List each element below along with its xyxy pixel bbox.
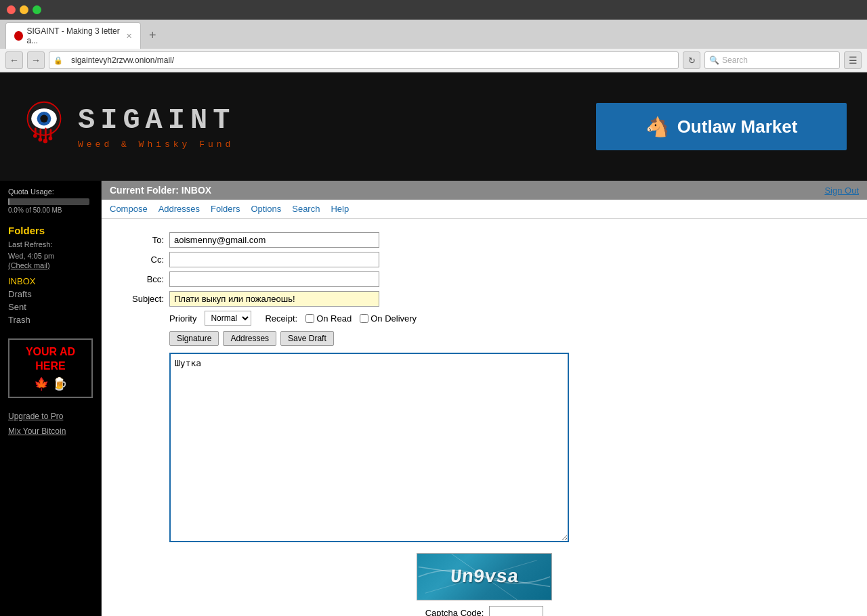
captcha-image: Un9vsa xyxy=(417,553,552,600)
sidebar-item-drafts[interactable]: Drafts xyxy=(8,289,32,299)
folder-list: INBOX Drafts Sent Trash xyxy=(8,276,93,325)
on-delivery-checkbox[interactable] xyxy=(360,314,368,323)
quota-amount: 0.0% of 50.00 MB xyxy=(8,206,93,214)
svg-point-9 xyxy=(39,137,43,141)
svg-rect-7 xyxy=(49,129,51,137)
on-read-option[interactable]: On Read xyxy=(305,313,352,324)
to-input[interactable] xyxy=(169,232,379,248)
mix-bitcoin-link[interactable]: Mix Your Bitcoin xyxy=(8,426,93,436)
nav-compose[interactable]: Compose xyxy=(110,204,148,214)
url-bar-container: 🔒 xyxy=(49,51,679,69)
captcha-input[interactable] xyxy=(489,606,543,616)
addresses-button[interactable]: Addresses xyxy=(223,331,276,346)
nav-options[interactable]: Options xyxy=(251,204,281,214)
priority-row: Priority Normal High Low Receipt: On Rea… xyxy=(122,311,847,326)
nav-addresses[interactable]: Addresses xyxy=(158,204,200,214)
quota-bar-fill xyxy=(8,198,9,205)
main-wrapper: Quota Usage: 0.0% of 50.00 MB Folders La… xyxy=(0,181,867,616)
active-tab[interactable]: SIGAINT - Making 3 letter a... ✕ xyxy=(5,22,141,49)
tab-title: SIGAINT - Making 3 letter a... xyxy=(27,26,122,45)
quota-bar-background xyxy=(8,198,89,205)
svg-rect-6 xyxy=(45,127,47,140)
browser-toolbar: ← → 🔒 ↻ 🔍 Search ☰ xyxy=(0,49,867,72)
priority-label: Priority xyxy=(169,313,196,324)
ad-text-line2: HERE xyxy=(15,359,86,374)
svg-point-11 xyxy=(49,137,53,141)
list-item: INBOX xyxy=(8,276,93,286)
cc-row: Cc: xyxy=(122,252,847,267)
browser-chrome: SIGAINT - Making 3 letter a... ✕ + ← → 🔒… xyxy=(0,0,867,72)
back-button[interactable]: ← xyxy=(5,51,23,69)
folder-prefix: Current Folder: xyxy=(110,185,182,196)
on-read-label: On Read xyxy=(316,313,352,324)
on-read-checkbox[interactable] xyxy=(305,314,314,323)
content-area: Current Folder: INBOX Sign Out Compose A… xyxy=(102,181,867,616)
last-refresh-label: Last Refresh: Wed, 4:05 pm xyxy=(8,239,93,261)
bcc-input[interactable] xyxy=(169,271,379,287)
url-input[interactable] xyxy=(66,53,674,67)
bcc-label: Bcc: xyxy=(122,274,169,284)
button-row: Signature Addresses Save Draft xyxy=(122,331,847,346)
browser-menu-button[interactable]: ☰ xyxy=(844,51,862,69)
bcc-row: Bcc: xyxy=(122,271,847,287)
new-tab-button[interactable]: + xyxy=(144,28,162,43)
on-delivery-label: On Delivery xyxy=(371,313,417,324)
logo-title-text: SIGAINT xyxy=(78,104,235,137)
list-item: Trash xyxy=(8,315,93,325)
cc-input[interactable] xyxy=(169,252,379,267)
ad-text-line1: YOUR AD xyxy=(15,345,86,359)
ad-box[interactable]: YOUR AD HERE 🍁 🍺 xyxy=(8,338,93,398)
captcha-code-label: Captcha Code: xyxy=(425,608,484,616)
captcha-display-text: Un9vsa xyxy=(449,567,520,588)
reload-button[interactable]: ↻ xyxy=(683,51,700,69)
message-body-textarea[interactable]: Шутка xyxy=(169,353,569,542)
last-refresh-time: Wed, 4:05 pm xyxy=(8,252,54,260)
tab-favicon-icon xyxy=(14,31,23,41)
logo-text: SIGAINT Weed & Whisky Fund xyxy=(78,104,235,150)
minimize-window-button[interactable] xyxy=(20,5,28,14)
svg-point-10 xyxy=(43,139,48,144)
site-header: SIGAINT Weed & Whisky Fund 🐴 Outlaw Mark… xyxy=(0,72,867,181)
outlaw-text: Outlaw Market xyxy=(677,116,798,137)
save-draft-button[interactable]: Save Draft xyxy=(280,331,334,346)
sidebar: Quota Usage: 0.0% of 50.00 MB Folders La… xyxy=(0,181,102,616)
quota-label: Quota Usage: xyxy=(8,188,93,196)
sign-out-button[interactable]: Sign Out xyxy=(824,185,859,196)
nav-folders[interactable]: Folders xyxy=(211,204,240,214)
last-refresh-text: Last Refresh: xyxy=(8,240,52,248)
check-mail-link[interactable]: (Check mail) xyxy=(8,261,93,269)
outlaw-icon: 🐴 xyxy=(646,116,669,138)
to-label: To: xyxy=(122,235,169,245)
list-item: Drafts xyxy=(8,289,93,299)
forward-button[interactable]: → xyxy=(27,51,45,69)
subject-input[interactable] xyxy=(169,291,379,307)
signature-button[interactable]: Signature xyxy=(169,331,219,346)
to-row: To: xyxy=(122,232,847,248)
on-delivery-option[interactable]: On Delivery xyxy=(360,313,417,324)
nav-menu: Compose Addresses Folders Options Search… xyxy=(102,200,867,219)
captcha-section: Un9vsa Captcha Code: Send Email xyxy=(122,553,847,616)
ad-icons: 🍁 🍺 xyxy=(15,376,86,391)
priority-select[interactable]: Normal High Low xyxy=(205,311,251,326)
cc-label: Cc: xyxy=(122,255,169,265)
sidebar-item-inbox[interactable]: INBOX xyxy=(8,276,35,286)
subject-row: Subject: xyxy=(122,291,847,307)
sidebar-item-trash[interactable]: Trash xyxy=(8,315,30,325)
svg-point-8 xyxy=(33,134,37,138)
receipt-label: Receipt: xyxy=(265,313,297,324)
site-logo: SIGAINT Weed & Whisky Fund xyxy=(0,86,255,167)
folder-bar: Current Folder: INBOX Sign Out xyxy=(102,181,867,200)
upgrade-to-pro-link[interactable]: Upgrade to Pro xyxy=(8,412,93,421)
outlaw-banner[interactable]: 🐴 Outlaw Market xyxy=(596,103,847,150)
current-folder-title: Current Folder: INBOX xyxy=(110,185,211,196)
fullscreen-window-button[interactable] xyxy=(33,5,41,14)
close-window-button[interactable] xyxy=(7,5,16,14)
title-bar xyxy=(0,0,867,20)
nav-search[interactable]: Search xyxy=(292,204,320,214)
list-item: Sent xyxy=(8,302,93,312)
svg-point-3 xyxy=(40,115,47,123)
tab-close-icon[interactable]: ✕ xyxy=(126,32,132,41)
nav-help[interactable]: Help xyxy=(331,204,349,214)
sidebar-item-sent[interactable]: Sent xyxy=(8,302,26,312)
captcha-input-row: Captcha Code: xyxy=(122,606,847,616)
